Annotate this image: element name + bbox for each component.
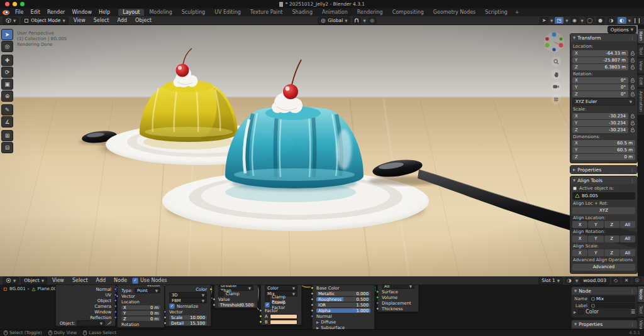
location-z-field[interactable]: Z6.3803 m xyxy=(572,64,628,70)
advanced-align-button[interactable]: Advanced xyxy=(572,264,635,271)
lock-scale-z-icon[interactable] xyxy=(630,127,635,133)
ior-slider[interactable]: IOR1.500 xyxy=(316,303,370,307)
fake-user-shield-icon[interactable]: ◇ xyxy=(611,277,620,284)
select-visibility-icon[interactable]: ➤ xyxy=(540,17,548,24)
add-workspace-button[interactable]: + xyxy=(513,9,522,16)
sidebar-tab-edit[interactable]: Edit xyxy=(638,75,644,88)
align-rotation-z-button[interactable]: Z xyxy=(604,236,619,242)
mode-dropdown[interactable]: Object Mode ▼ xyxy=(21,17,68,24)
sidebar-tab-item[interactable]: Item xyxy=(638,29,644,43)
material-name-field[interactable]: wood.003 xyxy=(580,277,609,285)
object-picker-field[interactable]: ▼ xyxy=(77,320,105,326)
node-editor-type-dropdown[interactable]: ▼ xyxy=(3,277,19,285)
socket-volume-in[interactable] xyxy=(376,296,379,299)
workspace-tab-compositing[interactable]: Compositing xyxy=(388,9,428,16)
shading-rendered-icon[interactable]: ◐ xyxy=(618,17,626,24)
socket-math-value-in[interactable] xyxy=(213,298,216,301)
rotation-mode-dropdown[interactable]: XYZ Euler ▼ xyxy=(572,98,635,106)
align-scale-all-button[interactable]: All xyxy=(620,249,635,256)
extrude-tool-icon[interactable]: ⊟ xyxy=(1,142,13,153)
node-name-field[interactable]: Mix xyxy=(589,296,635,302)
rotate-tool-icon[interactable]: ⟳ xyxy=(1,67,13,78)
noise-type-dropdown[interactable]: FBM▼ xyxy=(169,298,207,303)
use-nodes-checkbox[interactable]: ✓ xyxy=(132,278,138,284)
socket-alpha-in[interactable] xyxy=(311,309,314,312)
noise-texture-node[interactable]: Fac Color 3D▼ FBM▼ ✓Normalize Vector Sca… xyxy=(165,285,211,327)
viewport-menu-object[interactable]: Object xyxy=(132,18,155,23)
socket-factor-in[interactable] xyxy=(259,309,262,312)
transform-orientation-dropdown[interactable]: Global ▼ xyxy=(318,17,350,24)
lock-rotation-y-icon[interactable] xyxy=(630,85,635,90)
shading-wireframe-icon[interactable]: ◯ xyxy=(586,17,594,24)
lock-rotation-x-icon[interactable] xyxy=(630,78,635,84)
location-y-field[interactable]: Y-25.807 m xyxy=(572,57,628,63)
align-scale-z-button[interactable]: Z xyxy=(604,249,619,256)
socket-normal-in[interactable] xyxy=(311,315,314,318)
texture-coordinate-node[interactable]: Generated Normal UV Object Camera Window… xyxy=(55,285,116,327)
socket-roughness-in[interactable] xyxy=(311,298,314,301)
node-menu-select[interactable]: Select xyxy=(69,278,91,283)
lock-scale-y-icon[interactable] xyxy=(630,120,635,126)
mapping-node[interactable]: Vector Type: Point▼ Vector Location X0 m… xyxy=(117,285,165,328)
align-location-z-button[interactable]: Z xyxy=(604,221,619,228)
socket-metallic-in[interactable] xyxy=(311,292,314,295)
threshold-field[interactable]: Threshold0.500 xyxy=(218,303,255,307)
socket-surface-in[interactable] xyxy=(376,290,379,293)
node-color-checkbox[interactable] xyxy=(578,309,584,315)
socket-noise-vector-in[interactable] xyxy=(164,310,167,313)
workspace-tab-modeling[interactable]: Modeling xyxy=(145,9,176,16)
align-xyz-button[interactable]: XYZ xyxy=(572,207,635,214)
mix-node[interactable]: Result Color▼ Mix▼ Clamp Result ✓Clamp F… xyxy=(260,285,302,325)
alpha-slider[interactable]: Alpha1.000 xyxy=(316,308,370,313)
material-browse-caret[interactable]: ▼ xyxy=(575,279,578,283)
proportional-editing-icon[interactable]: ◎ xyxy=(368,17,377,24)
menu-edit[interactable]: Edit xyxy=(27,9,43,15)
material-output-node[interactable]: All▼ Surface Volume Displacement Thickne… xyxy=(377,285,419,312)
b-color-swatch[interactable] xyxy=(270,320,297,325)
noise-dimensions-dropdown[interactable]: 3D▼ xyxy=(169,292,207,298)
measure-tool-icon[interactable]: ∡ xyxy=(1,116,13,127)
material-slot-dropdown[interactable]: Slot 1 ▼ xyxy=(538,277,563,285)
normalize-checkbox[interactable]: ✓ xyxy=(169,303,175,309)
lock-location-y-icon[interactable] xyxy=(630,57,635,63)
socket-detail-in[interactable] xyxy=(164,322,167,325)
dimensions-z-field[interactable]: Z0 m xyxy=(572,154,635,160)
transform-tool-icon[interactable]: ⊕ xyxy=(1,90,13,102)
scale-y-field[interactable]: Y-30.234 xyxy=(572,120,628,126)
workspace-tab-sculpting[interactable]: Sculpting xyxy=(177,9,209,16)
align-scale-x-button[interactable]: X xyxy=(572,249,587,256)
properties-panel-header[interactable]: ▶ Properties ⋮ xyxy=(570,166,637,173)
node-properties-header[interactable]: ▼ Properties ⋮ xyxy=(572,320,637,328)
align-location-x-button[interactable]: X xyxy=(572,221,587,228)
camera-view-icon[interactable] xyxy=(551,82,561,92)
align-location-all-button[interactable]: All xyxy=(620,221,635,228)
rotation-z-field[interactable]: Z0° xyxy=(572,91,628,97)
panel-options-icon[interactable]: ⋮ xyxy=(630,288,635,294)
maximize-window-button[interactable] xyxy=(20,2,25,6)
node-tab-view[interactable]: View xyxy=(638,318,644,329)
sidebar-tab-animation[interactable]: Animation xyxy=(638,89,644,114)
menu-file[interactable]: File xyxy=(12,9,26,15)
socket-scale-in[interactable] xyxy=(164,316,167,319)
color-expand-caret[interactable]: ▶ xyxy=(574,310,576,314)
socket-base-color-in[interactable] xyxy=(311,286,314,290)
socket-color-out[interactable] xyxy=(209,288,213,291)
transform-panel-header[interactable]: ▼ Transform ⋮ xyxy=(570,34,637,41)
snap-dropdown-caret[interactable]: ▼ xyxy=(363,19,365,23)
clamp-result-checkbox[interactable] xyxy=(265,296,270,302)
node-tab-tool[interactable]: Tool xyxy=(638,303,644,317)
location-x-field[interactable]: X-64.33 m xyxy=(572,50,628,57)
editor-type-dropdown[interactable]: ▼ xyxy=(3,17,19,24)
unlink-material-icon[interactable]: ✕ xyxy=(622,277,631,284)
node-tab-node[interactable]: Node xyxy=(638,286,644,302)
viewport-menu-view[interactable]: View xyxy=(70,18,89,23)
a-color-swatch[interactable] xyxy=(270,314,297,319)
noise-scale-field[interactable]: Scale10.000 xyxy=(169,315,207,320)
add-cube-tool-icon[interactable]: ⊞ xyxy=(1,130,13,141)
diffuse-expand-caret[interactable]: ▶ xyxy=(316,320,319,324)
workspace-tab-texture-paint[interactable]: Texture Paint xyxy=(246,9,287,16)
sidebar-tab-tool[interactable]: Tool xyxy=(638,45,644,58)
noise-detail-field[interactable]: Detail15.100 xyxy=(169,321,207,325)
workspace-tab-animation[interactable]: Animation xyxy=(318,9,352,16)
viewport-menu-add[interactable]: Add xyxy=(114,18,130,23)
